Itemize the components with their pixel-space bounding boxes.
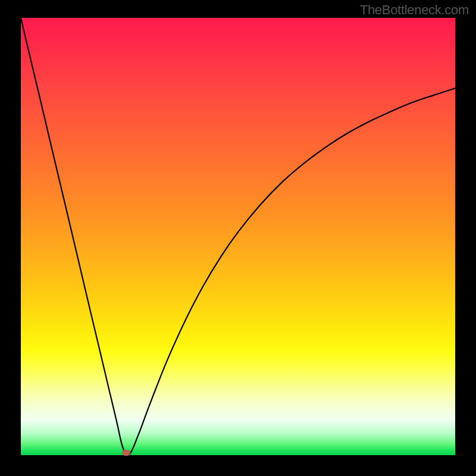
plot-area bbox=[21, 18, 455, 455]
chart-frame: TheBottleneck.com bbox=[0, 0, 476, 476]
optimal-point-marker bbox=[122, 450, 130, 456]
watermark-text: TheBottleneck.com bbox=[360, 2, 469, 18]
bottleneck-curve bbox=[21, 18, 455, 455]
